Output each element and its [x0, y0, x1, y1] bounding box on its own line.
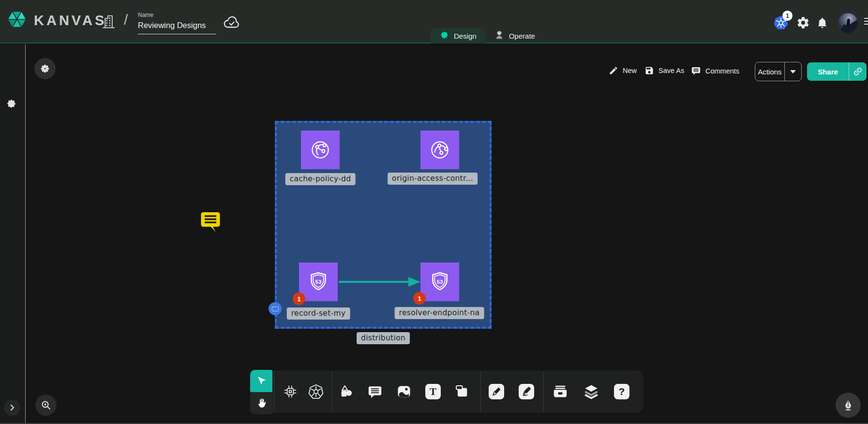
- overflow-menu-icon[interactable]: [864, 18, 868, 26]
- pen-nib-icon: [842, 399, 854, 411]
- group-label-distribution[interactable]: distribution: [357, 332, 410, 344]
- zoom-in-button[interactable]: [35, 395, 57, 416]
- kanvas-hexagon-logo-icon: [6, 8, 28, 32]
- node-origin-access-control[interactable]: [420, 131, 459, 169]
- cursor-arrow-icon: [255, 375, 267, 387]
- brand-name: KANVAS: [34, 13, 106, 29]
- svg-text:53: 53: [437, 279, 443, 285]
- meshery-swirl-icon[interactable]: [5, 98, 17, 112]
- layers-icon: [583, 383, 599, 400]
- design-pen-fab[interactable]: [836, 393, 861, 418]
- comments-label: Comments: [705, 67, 739, 75]
- components-tool[interactable]: [279, 380, 301, 403]
- text-tool[interactable]: T: [422, 380, 444, 403]
- svg-text:53: 53: [315, 279, 322, 285]
- cloudfront-globe-icon: [423, 133, 456, 166]
- comments-button[interactable]: Comments: [691, 66, 739, 76]
- pencil-icon: [609, 66, 618, 75]
- k8s-context-count-badge: 1: [782, 11, 793, 21]
- pencil-scribble-icon: [519, 384, 534, 399]
- route53-shield-icon: 53: [429, 271, 451, 293]
- drawer-tool[interactable]: [549, 380, 571, 403]
- settings-gear-icon[interactable]: [796, 16, 810, 29]
- actions-dropdown-button[interactable]: Actions: [755, 62, 802, 81]
- design-actions-row: New Save As Comments Actions Share: [0, 62, 868, 81]
- error-badge-resolver-endpoint[interactable]: 1: [413, 292, 426, 305]
- operator-person-icon: [494, 30, 505, 42]
- brand-logo[interactable]: KANVAS: [6, 8, 106, 32]
- kanvas-app: KANVAS / Name: [0, 0, 868, 424]
- drawer-icon: [553, 384, 568, 399]
- dock-divider: [332, 371, 332, 412]
- comment-icon: [691, 66, 701, 76]
- dock-divider: [480, 371, 481, 412]
- share-button[interactable]: Share: [807, 62, 867, 81]
- edge-record-set-to-resolver[interactable]: [338, 275, 422, 289]
- image-icon: [396, 384, 412, 399]
- chip-icon: [283, 384, 298, 399]
- layers-tool[interactable]: [580, 380, 602, 403]
- tab-design-label: Design: [454, 32, 477, 40]
- left-sidebar-rail: [0, 44, 26, 424]
- frame-tool[interactable]: [451, 380, 473, 403]
- user-avatar[interactable]: [838, 13, 858, 33]
- comment-bubble-icon: [367, 384, 383, 399]
- freehand-draw-tool[interactable]: [515, 380, 538, 403]
- notifications-bell-icon[interactable]: [816, 17, 828, 29]
- cloudfront-globe-icon: [309, 138, 332, 161]
- hand-icon: [255, 397, 267, 409]
- share-label: Share: [807, 68, 849, 76]
- design-name-label: Name: [138, 12, 216, 18]
- node-resolver-endpoint[interactable]: 53: [420, 263, 459, 301]
- node-label-cache-policy: cache-policy-dd: [285, 173, 356, 185]
- tab-design[interactable]: Design: [431, 28, 485, 44]
- actions-divider: [784, 62, 785, 81]
- node-cache-policy[interactable]: [301, 131, 340, 169]
- kubernetes-wheel-icon: [308, 383, 324, 400]
- save-as-button[interactable]: Save As: [644, 66, 684, 75]
- design-name-block: Name: [138, 12, 216, 34]
- error-badge-record-set[interactable]: 1: [293, 292, 305, 305]
- edge-pen-tool[interactable]: [485, 380, 508, 403]
- chevron-down-icon: [790, 70, 796, 73]
- comment-tool[interactable]: [364, 380, 386, 403]
- copy-link-icon[interactable]: [849, 66, 867, 77]
- image-tool[interactable]: [393, 380, 415, 403]
- organization-icon[interactable]: [100, 13, 117, 32]
- text-T-icon: T: [425, 384, 441, 399]
- pen-path-icon: [489, 384, 504, 399]
- expand-sidebar-button[interactable]: [4, 399, 20, 416]
- route53-shield-icon: 53: [307, 271, 329, 293]
- pan-tool[interactable]: [250, 392, 272, 414]
- node-label-resolver-endpoint: resolver-endpoint-na: [395, 307, 484, 319]
- design-swirl-icon: [439, 30, 449, 42]
- actions-label: Actions: [755, 68, 784, 76]
- shapes-icon: [339, 384, 354, 399]
- node-label-record-set: record-set-my: [287, 307, 350, 320]
- question-mark-icon: ?: [614, 384, 629, 399]
- dock-divider: [543, 371, 544, 412]
- mode-tabs: Design Operate: [431, 28, 544, 44]
- tab-operate-label: Operate: [509, 32, 535, 40]
- breadcrumb-slash: /: [124, 12, 128, 28]
- dock-divider: [274, 371, 274, 412]
- select-tool[interactable]: [250, 370, 272, 392]
- kubernetes-context-button[interactable]: 1: [770, 14, 792, 33]
- group-selection-handle[interactable]: [269, 302, 282, 315]
- header-bar: KANVAS / Name: [0, 0, 868, 44]
- cloud-synced-icon: [223, 15, 241, 32]
- magnifier-plus-icon: [40, 399, 52, 411]
- node-record-set[interactable]: 53: [299, 263, 338, 301]
- node-label-origin-access-control: origin-access-contr...: [388, 173, 478, 185]
- kubernetes-tool[interactable]: [305, 380, 327, 403]
- frame-note-icon: [454, 384, 470, 399]
- design-name-input[interactable]: [138, 20, 216, 34]
- help-tool[interactable]: ?: [611, 380, 633, 403]
- canvas-comment-marker[interactable]: [200, 211, 221, 233]
- save-icon: [644, 66, 654, 75]
- tab-operate[interactable]: Operate: [485, 28, 544, 44]
- save-as-label: Save As: [658, 67, 684, 74]
- chevron-right-icon: [8, 403, 16, 412]
- shapes-tool[interactable]: [335, 380, 358, 403]
- new-button[interactable]: New: [609, 66, 637, 75]
